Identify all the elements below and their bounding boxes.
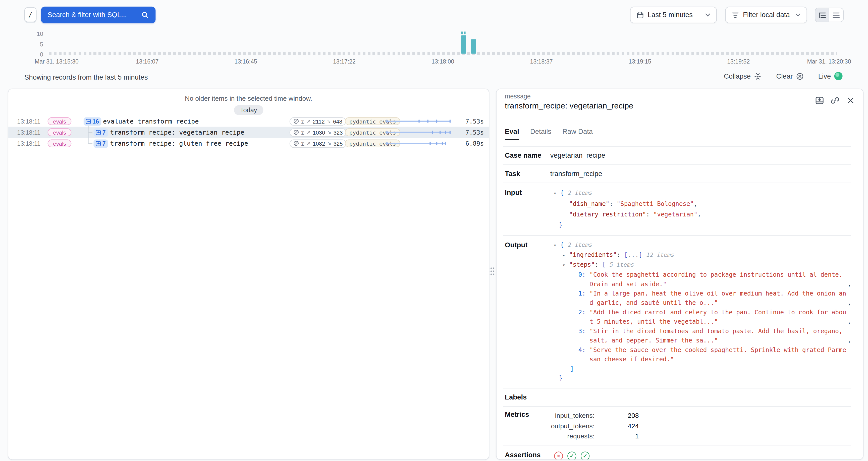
empty-window-notice: No older items in the selected time wind…	[8, 95, 489, 102]
caret-down-icon[interactable]: ▾	[554, 241, 560, 250]
collapse-children-badge[interactable]: 16	[84, 117, 101, 125]
expand-children-badge[interactable]: 7	[93, 128, 108, 136]
span-name: evaluate transform_recipe	[103, 117, 199, 125]
collapse-icon	[754, 72, 762, 80]
filter-label: Filter local data	[743, 11, 792, 19]
histogram-bar[interactable]	[461, 35, 466, 54]
close-icon[interactable]	[845, 95, 856, 105]
search-icon	[140, 10, 150, 20]
caret-right-icon[interactable]: ▸	[562, 251, 569, 260]
metric-key: input_tokens:	[550, 410, 594, 421]
histogram-mark	[464, 32, 466, 34]
y-axis-tick: 10	[29, 31, 43, 37]
case-name-value: vegetarian_recipe	[550, 152, 605, 159]
plus-square-icon	[96, 130, 101, 135]
collapse-button[interactable]: Collapse	[724, 72, 762, 80]
time-range-dropdown[interactable]: Last 5 minutes	[630, 6, 717, 23]
json-array-item: In a large pan, heat the olive oil over …	[553, 289, 858, 308]
field-label: Output	[503, 240, 550, 249]
task-value: transform_recipe	[550, 170, 602, 178]
token-metrics-chip: Σ ↗ 1082 ↘ 325	[289, 139, 347, 147]
json-string-value: Spaghetti Bolognese	[617, 201, 694, 208]
metric-value: 424	[594, 421, 639, 431]
x-axis-tick: Mar 31. 13:20:30	[807, 58, 851, 64]
clear-circle-x-icon	[796, 72, 804, 80]
caret-down-icon[interactable]: ▾	[554, 188, 560, 198]
field-label: Case name	[503, 152, 550, 159]
json-array-item: Serve the sauce over the cooked spaghett…	[553, 345, 858, 364]
caret-down-icon[interactable]: ▾	[562, 260, 569, 270]
step-string: Stir in the diced tomatoes and tomato pa…	[589, 327, 847, 345]
sigma-icon: Σ	[301, 129, 304, 135]
input-row: Input ▾{2 items dish_name: Spaghetti Bol…	[503, 183, 851, 235]
metric-value: 208	[594, 410, 639, 421]
span-name: transform_recipe: gluten_free_recipe	[110, 140, 248, 147]
field-label: Labels	[503, 394, 550, 401]
histogram-bar[interactable]	[471, 39, 476, 54]
tokens-out-icon: ↘	[327, 141, 331, 146]
table-row[interactable]: 13:18:11 evals 7 transform_recipe: glute…	[8, 138, 489, 149]
clear-button[interactable]: Clear	[776, 72, 804, 80]
tree-connector-line	[88, 126, 88, 143]
expand-children-badge[interactable]: 7	[93, 139, 108, 147]
duration-waterfall-bar	[386, 142, 452, 145]
table-row-selected[interactable]: 13:18:11 evals 7 transform_recipe: veget…	[8, 127, 489, 138]
flat-view-toggle-button[interactable]	[829, 8, 843, 22]
showing-records-text: Showing records from the last 5 minutes	[24, 73, 148, 81]
sigma-icon: Σ	[301, 118, 304, 124]
assertions-row: Assertions × ✓ ✓	[503, 445, 851, 460]
child-count: 16	[92, 118, 99, 124]
items-count-note: 2 items	[568, 241, 592, 248]
tokens-out-count: 325	[334, 141, 343, 146]
tokens-out-icon: ↘	[327, 119, 331, 124]
json-key: ingredients	[569, 251, 617, 258]
labels-row: Labels	[503, 388, 851, 406]
tokens-in-icon: ↗	[307, 141, 311, 146]
tokens-out-count: 648	[333, 118, 342, 124]
tokens-in-count: 1030	[313, 129, 325, 135]
slash-shortcut-key[interactable]: /	[24, 7, 36, 22]
evals-tag-pill: evals	[48, 128, 72, 136]
token-metrics-chip: Σ ↗ 2112 ↘ 648	[289, 117, 346, 125]
chevron-down-icon	[796, 13, 800, 17]
tree-view-toggle-button[interactable]	[815, 8, 829, 22]
panel-resize-handle[interactable]	[489, 266, 494, 275]
json-key: dietary_restriction	[569, 211, 646, 218]
evals-tag-pill: evals	[48, 117, 72, 125]
child-count: 7	[102, 140, 106, 147]
chevron-down-icon	[705, 13, 710, 17]
array-index	[577, 289, 586, 298]
detail-panel: message transform_recipe: vegetarian_rec…	[496, 89, 864, 460]
live-toggle[interactable]: Live	[818, 72, 843, 80]
task-row: Task transform_recipe	[503, 164, 851, 183]
dock-bottom-icon[interactable]	[814, 95, 824, 105]
search-input[interactable]: Search & filter with SQL...	[41, 6, 155, 23]
tree-connector-line	[88, 143, 92, 144]
json-array-item: Stir in the diced tomatoes and tomato pa…	[553, 327, 858, 345]
evals-tag-pill: evals	[48, 140, 72, 147]
span-name: transform_recipe: vegetarian_recipe	[110, 128, 244, 136]
table-row[interactable]: 13:18:11 evals 16 evaluate transform_rec…	[8, 116, 489, 127]
child-count: 7	[102, 129, 106, 135]
tab-eval[interactable]: Eval	[505, 128, 519, 140]
assertion-fail-icon[interactable]: ×	[554, 451, 563, 460]
calendar-icon	[637, 11, 644, 19]
copy-link-icon[interactable]	[830, 95, 840, 105]
tab-raw-data[interactable]: Raw Data	[562, 128, 593, 140]
filter-local-data-dropdown[interactable]: Filter local data	[725, 6, 807, 23]
live-indicator-icon	[834, 72, 843, 80]
tree-connector-line	[88, 132, 92, 133]
histogram-mark	[461, 32, 463, 34]
json-array-item: Cook the spaghetti according to package …	[553, 270, 858, 289]
minus-square-icon	[86, 119, 91, 124]
assertion-pass-icon[interactable]: ✓	[581, 451, 589, 460]
field-label: Metrics	[503, 410, 550, 418]
json-string-value: vegetarian	[653, 211, 698, 218]
json-array-item: Add the diced carrot and celery to the p…	[553, 308, 858, 327]
assertion-pass-icon[interactable]: ✓	[567, 451, 576, 460]
field-label: Task	[503, 170, 550, 178]
slash-circle-icon	[293, 119, 299, 124]
metrics-row: Metrics input_tokens:208 output_tokens:4…	[503, 406, 851, 445]
x-axis-tick: 13:19:52	[727, 58, 750, 64]
tab-details[interactable]: Details	[530, 128, 551, 140]
